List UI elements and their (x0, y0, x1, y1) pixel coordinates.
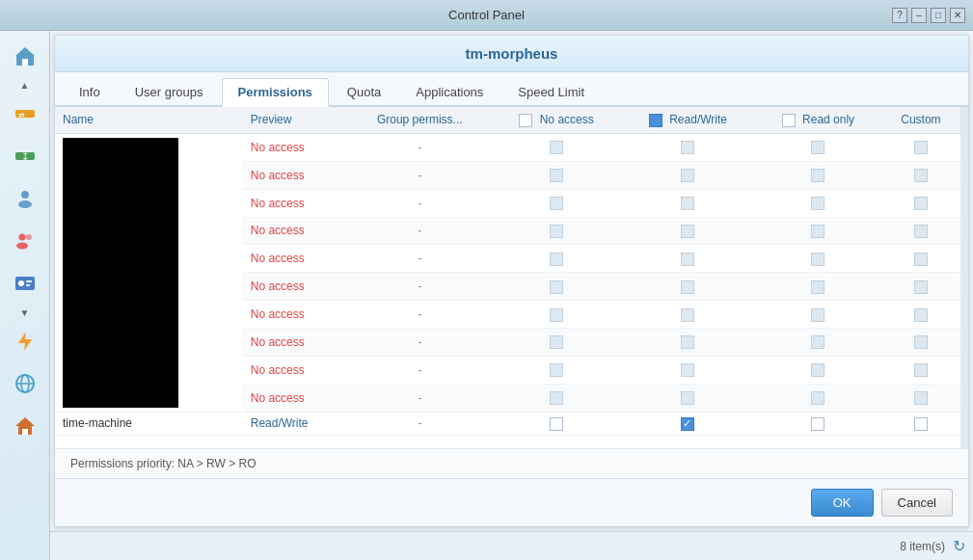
read-only-checkbox[interactable] (811, 169, 824, 182)
custom-cell[interactable] (881, 329, 960, 357)
col-header-read-only[interactable]: Read only (755, 107, 881, 133)
no-access-checkbox[interactable] (550, 335, 563, 349)
custom-checkbox[interactable] (914, 363, 928, 377)
read-write-checkbox[interactable] (681, 197, 694, 210)
no-access-checkbox[interactable] (550, 169, 563, 182)
custom-cell[interactable] (881, 133, 960, 161)
custom-checkbox[interactable] (914, 253, 928, 266)
no-access-checkbox[interactable] (550, 308, 563, 322)
no-access-checkbox[interactable] (550, 363, 563, 377)
read-write-cell[interactable] (621, 384, 755, 412)
tab-permissions[interactable]: Permissions (222, 78, 329, 107)
read-only-cell[interactable] (755, 384, 881, 412)
custom-checkbox[interactable] (914, 141, 928, 154)
read-only-cell[interactable] (755, 329, 881, 357)
read-only-cell[interactable] (755, 217, 881, 245)
read-only-cell[interactable] (755, 161, 881, 189)
ok-button[interactable]: OK (811, 489, 874, 517)
read-only-cell[interactable] (755, 356, 881, 384)
no-access-checkbox[interactable] (550, 280, 563, 294)
no-access-header-checkbox[interactable] (519, 114, 532, 127)
read-only-checkbox[interactable] (811, 253, 824, 266)
no-access-checkbox[interactable] (550, 391, 563, 405)
custom-checkbox[interactable] (914, 197, 928, 210)
no-access-cell[interactable] (492, 245, 621, 273)
custom-checkbox[interactable] (914, 308, 928, 322)
custom-checkbox[interactable] (914, 169, 928, 182)
read-write-cell[interactable] (621, 329, 755, 357)
read-only-cell[interactable] (755, 301, 881, 329)
tab-user-groups[interactable]: User groups (119, 78, 220, 105)
sidebar-icon-globe[interactable] (6, 364, 44, 403)
close-button[interactable]: ✕ (950, 8, 965, 23)
custom-checkbox[interactable] (914, 280, 928, 294)
read-only-checkbox[interactable] (811, 141, 824, 154)
sidebar-icon-user[interactable] (6, 179, 44, 218)
read-only-checkbox[interactable] (811, 197, 824, 210)
read-write-checkbox[interactable] (681, 391, 694, 405)
read-only-checkbox[interactable] (811, 391, 824, 405)
no-access-checkbox[interactable] (550, 253, 563, 266)
custom-cell[interactable] (881, 273, 960, 301)
read-write-checkbox[interactable] (681, 363, 694, 377)
sidebar-icon-user-alt[interactable] (6, 222, 44, 260)
read-only-cell[interactable] (755, 245, 881, 273)
no-access-cell[interactable] (492, 356, 621, 384)
read-write-checkbox[interactable] (681, 169, 694, 182)
custom-cell[interactable] (881, 245, 960, 273)
custom-cell[interactable] (881, 412, 960, 435)
read-only-cell[interactable] (755, 133, 881, 161)
sidebar-chevron-up[interactable]: ▲ (10, 77, 41, 93)
read-write-cell[interactable] (621, 245, 755, 273)
read-only-cell[interactable] (755, 273, 881, 301)
read-write-checkbox[interactable] (681, 280, 694, 294)
read-only-checkbox[interactable] (811, 225, 824, 238)
refresh-icon[interactable]: ↻ (953, 537, 965, 555)
custom-checkbox[interactable] (914, 417, 928, 431)
no-access-cell[interactable] (492, 412, 621, 435)
cancel-button[interactable]: Cancel (881, 489, 953, 517)
table-scroll-area[interactable]: Name Preview Group permiss... No access (55, 107, 960, 448)
read-only-checkbox[interactable] (811, 280, 824, 294)
sidebar-icon-home-alt[interactable] (6, 407, 44, 445)
minimize-button[interactable]: – (911, 8, 927, 23)
tab-speed-limit[interactable]: Speed Limit (501, 78, 601, 105)
sidebar-chevron-down[interactable]: ▼ (10, 305, 41, 320)
read-only-checkbox[interactable] (811, 335, 824, 349)
no-access-cell[interactable] (492, 301, 621, 329)
no-access-cell[interactable] (492, 217, 621, 245)
help-button[interactable]: ? (892, 8, 907, 23)
no-access-cell[interactable] (492, 161, 621, 189)
no-access-cell[interactable] (492, 133, 621, 161)
read-write-cell[interactable] (621, 301, 755, 329)
sidebar-icon-download[interactable]: ↧ (6, 137, 44, 175)
custom-checkbox[interactable] (914, 391, 928, 405)
tab-info[interactable]: Info (63, 78, 117, 105)
read-write-checkbox[interactable] (681, 225, 694, 238)
read-write-cell[interactable] (621, 273, 755, 301)
read-only-header-checkbox[interactable] (782, 114, 796, 127)
custom-checkbox[interactable] (914, 225, 928, 238)
read-write-checkbox[interactable] (681, 141, 694, 154)
read-write-header-checkbox[interactable] (649, 114, 662, 127)
sidebar-icon-share[interactable]: ⇄ (6, 94, 44, 133)
col-header-no-access[interactable]: No access (492, 107, 621, 133)
no-access-checkbox[interactable] (550, 197, 563, 210)
tab-applications[interactable]: Applications (399, 78, 500, 105)
col-header-read-write[interactable]: Read/Write (621, 107, 755, 133)
no-access-cell[interactable] (492, 329, 621, 357)
sidebar-icon-home[interactable] (6, 37, 44, 75)
custom-cell[interactable] (881, 161, 960, 189)
read-only-cell[interactable] (755, 412, 881, 435)
custom-cell[interactable] (881, 384, 960, 412)
read-write-checkbox[interactable] (681, 335, 694, 349)
custom-checkbox[interactable] (914, 335, 928, 349)
read-only-checkbox[interactable] (811, 308, 824, 322)
no-access-cell[interactable] (492, 384, 621, 412)
read-write-cell[interactable] (621, 133, 755, 161)
maximize-button[interactable]: □ (931, 8, 946, 23)
custom-cell[interactable] (881, 301, 960, 329)
read-only-checkbox[interactable] (811, 363, 824, 377)
read-only-checkbox[interactable] (811, 417, 824, 431)
read-write-checkbox[interactable] (681, 308, 694, 322)
